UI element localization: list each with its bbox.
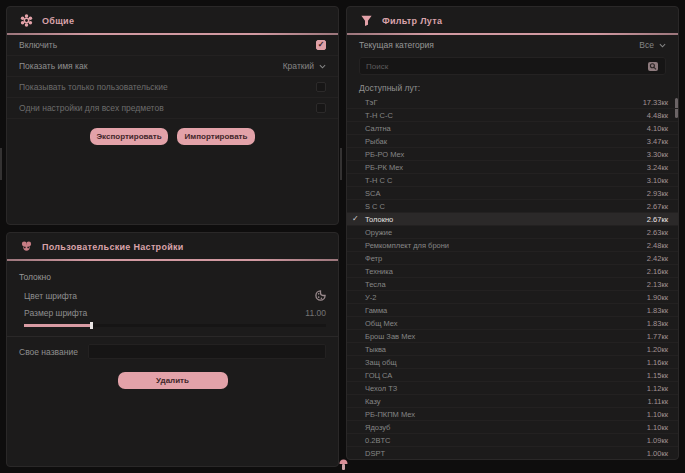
category-row: Текущая категория Все [347,35,678,55]
loot-item-row[interactable]: Т-Н С С3.10кк [347,174,678,187]
loot-item-value: 2.93кк [647,189,668,198]
loot-item-value: 1.11кк [647,397,668,406]
general-panel-title: Общие [42,16,74,26]
font-size-slider-wrap [7,321,338,336]
loot-item-row[interactable]: Фетр2.42кк [347,252,678,265]
loot-item-name: Толокно [365,215,393,224]
right-column: Фильтр Лута Текущая категория Все Доступ… [346,6,679,467]
font-color-label: Цвет шрифта [24,291,77,301]
loot-filter-header: Фильтр Лута [347,7,678,33]
export-button[interactable]: Экспортировать [90,128,168,145]
loot-item-value: 1.15кк [647,371,668,380]
search-box [359,57,666,75]
loot-item-value: 17.33кк [643,98,668,107]
font-color-row[interactable]: Цвет шрифта [7,287,338,304]
check-icon: ✓ [318,41,325,49]
loot-item-row[interactable]: РБ-РК Мех3.24кк [347,161,678,174]
loot-item-row[interactable]: Оружие2.63кк [347,226,678,239]
loot-item-name: S C C [365,202,385,211]
loot-item-row[interactable]: У-21.90кк [347,291,678,304]
loot-item-name: Салтна [365,124,391,133]
loot-item-name: Рыбак [365,137,387,146]
loot-item-value: 2.63кк [647,228,668,237]
loot-item-row[interactable]: DSPT1.00кк [347,447,678,459]
loot-item-row[interactable]: ГОЦ СА1.15кк [347,369,678,382]
loot-item-name: Техника [365,267,393,276]
loot-item-name: ТэГ [365,98,377,107]
loot-item-value: 2.13кк [647,280,668,289]
gear-icon [20,14,33,27]
loot-item-row[interactable]: Брош Зав Мех1.77кк [347,330,678,343]
left-column-scrollbar[interactable] [0,148,2,180]
search-icon[interactable] [647,61,659,72]
palette-icon [20,240,33,253]
font-size-slider[interactable] [24,324,326,327]
chevron-down-icon [319,64,326,69]
right-column-scrollbar[interactable] [340,148,342,180]
custom-name-input[interactable] [88,344,326,359]
loot-item-value: 3.30кк [647,150,668,159]
loot-item-row[interactable]: Салтна4.10кк [347,122,678,135]
loot-item-row[interactable]: Рыбак3.47кк [347,135,678,148]
loot-item-value: 4.10кк [647,124,668,133]
loot-item-row[interactable]: Т-Н С-С4.48кк [347,109,678,122]
user-settings-header: Пользовательские Настройки [7,233,338,259]
loot-item-name: SCA [365,189,380,198]
loot-item-row[interactable]: ТэГ17.33кк [347,96,678,109]
loot-item-row[interactable]: Тесла2.13кк [347,278,678,291]
loot-item-row[interactable]: SCA2.93кк [347,187,678,200]
import-button[interactable]: Импортировать [177,128,255,145]
delete-button[interactable]: Удалить [118,372,228,389]
enable-checkbox[interactable]: ✓ [316,40,326,50]
loot-item-value: 1.10кк [647,410,668,419]
name-display-value: Краткий [283,61,314,71]
loot-item-row[interactable]: Защ общ1.16кк [347,356,678,369]
font-size-label: Размер шрифта [24,308,87,318]
loot-item-value: 2.16кк [647,267,668,276]
loot-item-row[interactable]: S C C2.67кк [347,200,678,213]
slider-handle[interactable] [90,322,93,329]
loot-item-row[interactable]: Техника2.16кк [347,265,678,278]
loot-item-row[interactable]: 0.2BTC1.09кк [347,434,678,447]
loot-item-name: Казу [365,397,381,406]
loot-item-name: Т-Н С-С [365,111,393,120]
selected-item-label: Толокно [7,261,338,287]
category-dropdown[interactable]: Все [639,40,666,50]
only-custom-label: Показывать только пользовательские [19,82,168,92]
loot-item-value: 1.77кк [647,332,668,341]
loot-item-row[interactable]: Ремкомплект для брони2.48кк [347,239,678,252]
loot-item-row[interactable]: РБ-РО Мех3.30кк [347,148,678,161]
only-custom-row: Показывать только пользовательские ✓ [7,77,338,98]
loot-item-name: Оружие [365,228,392,237]
loot-item-name: Ремкомплект для брони [365,241,449,250]
category-value: Все [639,40,654,50]
chevron-down-icon [659,43,666,48]
loot-item-value: 1.20кк [647,345,668,354]
name-display-dropdown[interactable]: Краткий [283,61,326,71]
font-size-row: Размер шрифта 11.00 [7,304,338,321]
loot-item-row[interactable]: РБ-ПКПМ Мех1.10кк [347,408,678,421]
color-picker-icon[interactable] [315,290,326,301]
loot-item-row[interactable]: Казу1.11кк [347,395,678,408]
loot-item-row[interactable]: Чехол ТЗ1.12кк [347,382,678,395]
enable-label: Включить [19,40,57,50]
delete-row: Удалить [7,366,338,395]
loot-item-row[interactable]: Общ Мех1.83кк [347,317,678,330]
left-column: Общие Включить ✓ Показать имя как Кратки… [6,6,339,467]
loot-item-value: 1.90кк [647,293,668,302]
loot-item-name: Фетр [365,254,382,263]
loot-item-value: 2.42кк [647,254,668,263]
only-custom-checkbox[interactable]: ✓ [316,82,326,92]
loot-item-name: Гамма [365,306,387,315]
loot-item-name: Общ Мех [365,319,397,328]
custom-name-row: Свое название [7,336,338,366]
search-input[interactable] [366,62,647,71]
loot-item-value: 3.47кк [647,137,668,146]
loot-filter-title: Фильтр Лута [382,16,442,26]
loot-item-row[interactable]: ✓Толокно2.67кк [347,213,678,226]
loot-item-row[interactable]: Ядозуб1.10кк [347,421,678,434]
loot-item-row[interactable]: Гамма1.83кк [347,304,678,317]
funnel-icon [360,14,373,27]
loot-item-row[interactable]: Тыква1.20кк [347,343,678,356]
same-settings-checkbox[interactable]: ✓ [316,103,326,113]
